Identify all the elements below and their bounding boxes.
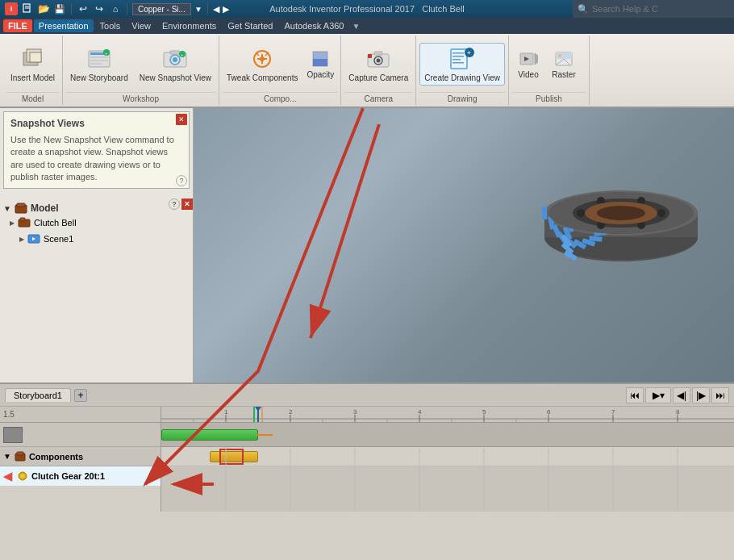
svg-text:+: + <box>181 52 184 57</box>
skip-to-start-button[interactable]: ⏮ <box>626 387 644 403</box>
svg-point-91 <box>20 474 25 479</box>
model-panel-title: Model <box>31 203 59 214</box>
svg-rect-43 <box>17 203 25 207</box>
model-header: ▼ Model ? ✕ <box>3 202 190 215</box>
svg-rect-89 <box>17 452 23 455</box>
tree-item-clutch-bell[interactable]: ▶ Clutch Bell <box>3 215 190 231</box>
timeline-tracks <box>161 447 734 512</box>
svg-rect-22 <box>313 52 327 59</box>
publish-group-label: Publish <box>512 92 586 103</box>
add-storyboard-button[interactable]: + <box>74 389 87 402</box>
nav-right-icon[interactable]: ▶ <box>223 4 229 15</box>
svg-text:6: 6 <box>547 408 551 416</box>
prev-frame-button[interactable]: ◀| <box>673 387 690 403</box>
skip-to-end-button[interactable]: ⏭ <box>711 387 729 403</box>
svg-rect-23 <box>313 59 327 66</box>
assembly-icon <box>18 216 31 229</box>
tree-item-scene1[interactable]: ▶ Scene1 <box>3 231 190 247</box>
create-drawing-view-button[interactable]: + Create Drawing View <box>419 43 505 86</box>
svg-text:+: + <box>105 51 108 56</box>
raster-button[interactable]: Raster <box>548 48 580 81</box>
project-selector[interactable]: Copper - Si... <box>132 3 191 15</box>
tooltip-close-button[interactable]: ✕ <box>176 114 187 125</box>
svg-rect-31 <box>452 56 464 57</box>
tweak-components-button[interactable]: Tweak Components <box>223 44 302 85</box>
new-icon[interactable] <box>21 2 34 15</box>
search-input[interactable] <box>592 4 705 14</box>
dropdown-icon[interactable]: ▼ <box>194 5 202 14</box>
ribbon-group-components: Tweak Components Opacity Compo... <box>219 36 341 105</box>
svg-point-15 <box>173 57 177 62</box>
components-label: Components <box>29 452 83 462</box>
time-row: 1.5 <box>0 407 161 423</box>
file-menu[interactable]: FILE <box>3 19 32 32</box>
tab-tools[interactable]: Tools <box>95 19 126 32</box>
component-row[interactable]: ◀ Clutch Gear 20t:1 <box>0 466 161 486</box>
tab-get-started[interactable]: Get Started <box>223 19 277 32</box>
component-icon <box>17 470 28 482</box>
component-name: Clutch Gear 20t:1 <box>31 471 105 481</box>
play-dropdown-button[interactable]: ▶▾ <box>645 387 671 403</box>
model-group-label: Model <box>6 92 59 103</box>
svg-text:7: 7 <box>611 408 615 416</box>
snapshot-tooltip-help[interactable]: ? <box>176 175 187 186</box>
svg-rect-32 <box>452 59 461 61</box>
insert-model-button[interactable]: Insert Model <box>6 44 59 85</box>
svg-text:4: 4 <box>418 408 422 416</box>
tab-autodesk-a360[interactable]: Autodesk A360 <box>279 19 348 32</box>
svg-rect-16 <box>170 51 180 54</box>
redo-icon[interactable]: ↪ <box>93 2 106 15</box>
opacity-button[interactable]: Opacity <box>303 48 337 81</box>
svg-line-87 <box>311 124 379 338</box>
svg-marker-37 <box>535 53 538 65</box>
svg-rect-5 <box>30 52 41 62</box>
model-icon <box>15 202 27 215</box>
model-close-button[interactable]: ✕ <box>181 199 193 210</box>
new-storyboard-button[interactable]: + New Storyboard <box>66 44 132 85</box>
next-frame-button[interactable]: |▶ <box>692 387 710 403</box>
tab-view[interactable]: View <box>127 19 156 32</box>
timeline-header: Storyboard1 + ⏮ ▶▾ ◀| |▶ ⏭ <box>0 384 734 407</box>
svg-rect-30 <box>452 52 464 54</box>
ribbon-group-workshop: + New Storyboard + <box>63 36 219 105</box>
main-area: ✕ ? Snapshot Views Use the New Snapshot … <box>0 108 734 382</box>
svg-text:8: 8 <box>676 408 680 416</box>
svg-text:1: 1 <box>224 408 228 416</box>
tab-presentation[interactable]: Presentation <box>34 19 94 32</box>
home-icon[interactable]: ⌂ <box>109 2 122 15</box>
tab-environments[interactable]: Environments <box>157 19 221 32</box>
save-icon[interactable]: 💾 <box>53 2 66 15</box>
capture-camera-button[interactable]: Capture Camera <box>344 44 412 85</box>
snapshot-content: Use the New Snapshot View command to cre… <box>10 134 182 184</box>
components-icon <box>15 451 26 462</box>
titlebar-left: I 📂 💾 ↩ ↪ ⌂ Copper - Si... ▼ ◀ ▶ <box>5 2 229 15</box>
svg-rect-9 <box>90 60 108 61</box>
svg-text:3: 3 <box>353 408 357 416</box>
timeline: Storyboard1 + ⏮ ▶▾ ◀| |▶ ⏭ 1.5 ▼ <box>0 382 734 512</box>
component-arrow-icon: ◀ <box>3 470 12 483</box>
svg-text:+: + <box>467 49 471 56</box>
ribbon: Insert Model Model <box>0 34 734 108</box>
ribbon-group-drawing: + Create Drawing View Drawing <box>416 36 509 105</box>
svg-point-26 <box>377 58 381 62</box>
undo-icon[interactable]: ↩ <box>77 2 90 15</box>
new-snapshot-button[interactable]: + New Snapshot View <box>136 44 215 85</box>
model-help-button[interactable]: ? <box>169 199 180 210</box>
svg-rect-53 <box>542 207 547 219</box>
svg-marker-119 <box>255 407 261 412</box>
a360-dropdown[interactable]: ▼ <box>352 22 361 31</box>
video-button[interactable]: Video <box>512 48 544 81</box>
timeline-body: 1.5 ▼ Components ◀ <box>0 407 734 512</box>
nav-left-icon[interactable]: ◀ <box>213 4 219 15</box>
svg-text:2: 2 <box>289 408 293 416</box>
open-icon[interactable]: 📂 <box>37 2 50 15</box>
storyboard-tab[interactable]: Storyboard1 <box>5 388 71 402</box>
svg-text:5: 5 <box>482 408 486 416</box>
titlebar-center: Autodesk Inventor Professional 2017 Clut… <box>269 4 465 14</box>
drawing-group-label: Drawing <box>419 92 505 103</box>
viewport[interactable] <box>194 108 734 382</box>
search-icon: 🔍 <box>578 4 589 15</box>
expand-components-icon[interactable]: ▼ <box>3 452 11 461</box>
camera-group-label: Camera <box>344 92 412 103</box>
expand-icon[interactable]: ▼ <box>3 204 11 213</box>
